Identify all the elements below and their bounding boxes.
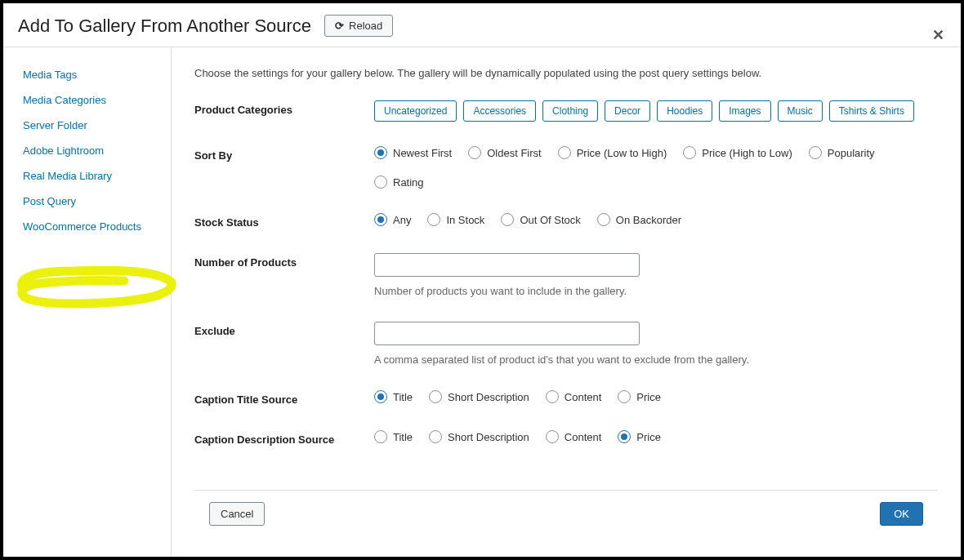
exclude-input[interactable] [374, 322, 640, 345]
sidebar-item-media-tags[interactable]: Media Tags [3, 62, 171, 87]
radio-cd-short-desc[interactable]: Short Description [429, 430, 529, 443]
radio-newest-first[interactable]: Newest First [374, 146, 452, 159]
radio-cd-title[interactable]: Title [374, 430, 413, 443]
row-sort-by: Sort By Newest First Oldest First Price … [194, 146, 938, 189]
sidebar-item-server-folder[interactable]: Server Folder [3, 113, 171, 138]
chip-music[interactable]: Music [778, 100, 823, 122]
caption-desc-group: Title Short Description Content Price [374, 430, 938, 443]
label-caption-description-source: Caption Description Source [194, 430, 374, 446]
radio-ct-short-desc[interactable]: Short Description [429, 390, 529, 403]
ok-button[interactable]: OK [880, 502, 923, 526]
chip-tshirts[interactable]: Tshirts & Shirts [829, 100, 914, 122]
sidebar-item-media-categories[interactable]: Media Categories [3, 87, 171, 113]
footer: Cancel OK [194, 490, 938, 537]
number-of-products-input[interactable] [374, 253, 640, 277]
sidebar-item-real-media-library[interactable]: Real Media Library [3, 163, 171, 189]
chip-decor[interactable]: Decor [605, 100, 650, 122]
chip-uncategorized[interactable]: Uncategorized [374, 100, 457, 122]
modal-header: Add To Gallery From Another Source ⟳ Rel… [3, 3, 961, 47]
modal-body: Media Tags Media Categories Server Folde… [3, 47, 961, 557]
sidebar-item-woocommerce-products[interactable]: WooCommerce Products [3, 214, 171, 239]
row-stock-status: Stock Status Any In Stock Out Of Stock O… [194, 213, 938, 229]
radio-in-stock[interactable]: In Stock [427, 213, 484, 226]
reload-label: Reload [349, 20, 382, 32]
radio-oldest-first[interactable]: Oldest First [468, 146, 541, 159]
radio-price-low-high[interactable]: Price (Low to High) [558, 146, 667, 159]
label-number-of-products: Number of Products [194, 253, 374, 269]
help-number-of-products: Number of products you want to include i… [374, 285, 938, 297]
close-icon[interactable]: ✕ [932, 26, 944, 44]
radio-ct-title[interactable]: Title [374, 390, 413, 403]
sort-by-group: Newest First Oldest First Price (Low to … [374, 146, 938, 189]
content-panel: Choose the settings for your gallery bel… [172, 47, 961, 557]
label-product-categories: Product Categories [194, 100, 374, 116]
label-caption-title-source: Caption Title Source [194, 390, 374, 406]
intro-text: Choose the settings for your gallery bel… [194, 67, 938, 79]
radio-popularity[interactable]: Popularity [809, 146, 875, 159]
row-exclude: Exclude A comma separated list of produc… [194, 322, 938, 366]
chip-clothing[interactable]: Clothing [542, 100, 598, 122]
radio-on-backorder[interactable]: On Backorder [597, 213, 681, 226]
row-caption-title-source: Caption Title Source Title Short Descrip… [194, 390, 938, 406]
caption-title-group: Title Short Description Content Price [374, 390, 938, 403]
radio-ct-content[interactable]: Content [546, 390, 602, 403]
label-exclude: Exclude [194, 322, 374, 337]
radio-ct-price[interactable]: Price [618, 390, 661, 403]
cancel-button[interactable]: Cancel [209, 502, 265, 526]
product-categories-group: Uncategorized Accessories Clothing Decor… [374, 100, 938, 122]
help-exclude: A comma separated list of product id's t… [374, 353, 938, 366]
reload-icon: ⟳ [335, 20, 344, 32]
radio-cd-price[interactable]: Price [618, 430, 661, 443]
radio-cd-content[interactable]: Content [546, 430, 602, 443]
row-product-categories: Product Categories Uncategorized Accesso… [194, 100, 938, 122]
modal-dialog: Add To Gallery From Another Source ⟳ Rel… [3, 3, 961, 557]
sidebar-item-adobe-lightroom[interactable]: Adobe Lightroom [3, 138, 171, 163]
stock-status-group: Any In Stock Out Of Stock On Backorder [374, 213, 938, 226]
radio-price-high-low[interactable]: Price (High to Low) [683, 146, 792, 159]
reload-button[interactable]: ⟳ Reload [324, 15, 393, 37]
chip-images[interactable]: Images [719, 100, 770, 122]
label-stock-status: Stock Status [194, 213, 374, 229]
highlight-annotation [10, 264, 178, 310]
row-number-of-products: Number of Products Number of products yo… [194, 253, 938, 297]
chip-hoodies[interactable]: Hoodies [657, 100, 712, 122]
sidebar-item-post-query[interactable]: Post Query [3, 189, 171, 214]
modal-title: Add To Gallery From Another Source [18, 16, 311, 37]
label-sort-by: Sort By [194, 146, 374, 162]
radio-out-of-stock[interactable]: Out Of Stock [501, 213, 580, 226]
radio-any[interactable]: Any [374, 213, 411, 226]
row-caption-description-source: Caption Description Source Title Short D… [194, 430, 938, 446]
chip-accessories[interactable]: Accessories [463, 100, 536, 122]
radio-rating[interactable]: Rating [374, 176, 424, 189]
sidebar: Media Tags Media Categories Server Folde… [3, 47, 172, 557]
